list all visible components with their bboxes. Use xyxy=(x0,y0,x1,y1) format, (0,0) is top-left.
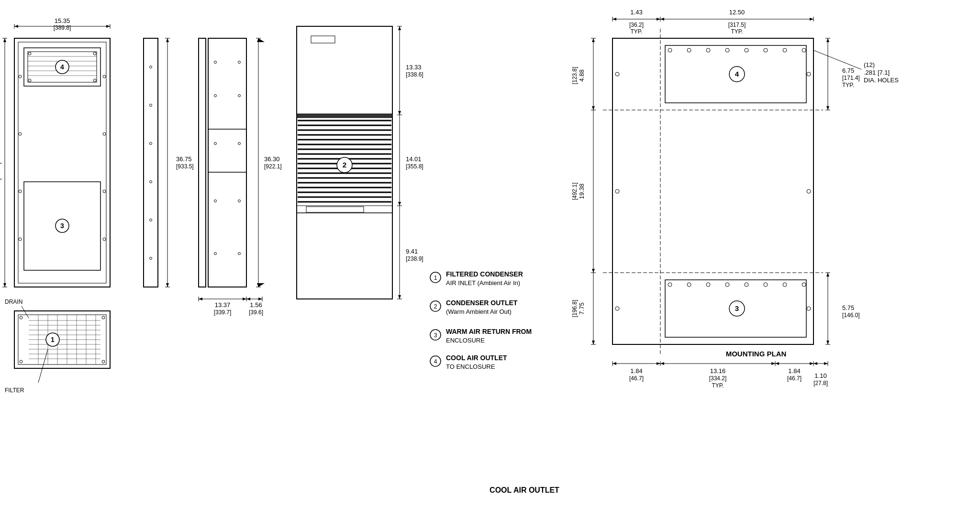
svg-marker-44 xyxy=(166,38,169,42)
dim-front-mid-mm: [355.8] xyxy=(406,163,423,170)
svg-point-58 xyxy=(214,253,217,255)
svg-marker-45 xyxy=(166,283,169,287)
dim-bot-right-1-mm: [46.7] xyxy=(787,375,802,382)
svg-marker-203 xyxy=(612,362,616,365)
svg-point-35 xyxy=(150,66,152,68)
dim-mount-top-right-mm: [317.5] xyxy=(728,22,746,28)
svg-rect-46 xyxy=(199,38,206,287)
dim-mount-left-bot-mm: [196.8] xyxy=(571,300,578,318)
svg-point-56 xyxy=(214,200,217,202)
label-3-front: 3 xyxy=(60,222,64,230)
svg-marker-177 xyxy=(660,18,664,21)
svg-rect-123 xyxy=(306,207,364,212)
label-1-bottom: 1 xyxy=(51,336,55,343)
svg-point-95 xyxy=(20,360,22,363)
svg-point-153 xyxy=(802,48,806,52)
legend-sub-4: TO ENCLOSURE xyxy=(446,363,495,370)
svg-rect-47 xyxy=(208,38,246,287)
svg-point-158 xyxy=(706,283,710,287)
holes-label-2: .281 [7.1] xyxy=(864,69,890,76)
legend-sub-3: ENCLOSURE xyxy=(446,337,485,344)
svg-point-150 xyxy=(745,48,748,52)
dim-mount-top-left-mm: [36.2] xyxy=(629,22,644,28)
svg-rect-121 xyxy=(297,114,392,118)
svg-rect-1 xyxy=(18,42,106,283)
svg-marker-63 xyxy=(257,38,265,42)
svg-point-37 xyxy=(150,143,152,145)
svg-point-157 xyxy=(687,283,691,287)
svg-marker-207 xyxy=(660,362,664,365)
svg-line-98 xyxy=(38,349,48,383)
dim-mount-left-bot: 7.75 xyxy=(578,302,585,314)
dim-mount-left-mid: 19.38 xyxy=(578,184,585,199)
svg-point-146 xyxy=(668,48,672,52)
dim-mount-right-top: 6.75 xyxy=(842,67,854,74)
svg-point-162 xyxy=(783,283,787,287)
dim-bot-far-right: 1.10 xyxy=(814,372,826,379)
label-filter: FILTER xyxy=(5,387,24,394)
dim-bot-mid-typ: TYP. xyxy=(712,382,724,389)
dim-front-top: 13.33 xyxy=(406,64,422,71)
dim-mount-left-top-mm: [123.8] xyxy=(571,67,578,85)
svg-point-147 xyxy=(687,48,691,52)
svg-point-38 xyxy=(150,181,152,183)
svg-rect-34 xyxy=(144,38,158,287)
svg-rect-100 xyxy=(311,36,335,43)
svg-marker-32 xyxy=(3,38,6,42)
svg-point-10 xyxy=(28,52,31,55)
svg-point-164 xyxy=(615,72,619,76)
dim-inner-height-mm: [922.1] xyxy=(264,163,282,170)
svg-marker-69 xyxy=(243,298,246,300)
svg-point-53 xyxy=(238,95,241,97)
dim-tab: 1.56 xyxy=(250,301,262,309)
legend-label-2: CONDENSER OUTLET xyxy=(446,299,518,307)
svg-marker-129 xyxy=(398,111,401,115)
svg-marker-216 xyxy=(824,362,828,365)
svg-marker-135 xyxy=(398,295,401,299)
svg-marker-68 xyxy=(199,298,202,300)
svg-marker-208 xyxy=(771,362,775,365)
svg-marker-215 xyxy=(813,362,817,365)
svg-point-94 xyxy=(102,316,105,319)
svg-point-51 xyxy=(238,61,241,64)
svg-point-168 xyxy=(807,189,811,193)
legend-sub-2: (Warm Ambient Air Out) xyxy=(446,308,512,315)
svg-point-54 xyxy=(214,143,217,145)
dim-front-mid: 14.01 xyxy=(406,155,422,163)
dim-width-bot: [389.8] xyxy=(54,24,71,31)
label-2-front: 2 xyxy=(343,161,346,169)
svg-marker-33 xyxy=(3,283,6,287)
dim-mount-top-left-typ: TYP. xyxy=(630,28,642,35)
legend-num-2: 2 xyxy=(434,303,437,310)
svg-point-23 xyxy=(103,238,106,241)
svg-marker-132 xyxy=(398,202,401,206)
dim-front-bot: 9.41 xyxy=(406,248,418,255)
dim-height-left-mm: [933.5] xyxy=(0,163,1,180)
dim-mount-right-top-typ: TYP. xyxy=(842,82,854,88)
dim-width-top: 15.35 xyxy=(55,17,70,24)
dim-tab-mm: [39.6] xyxy=(249,309,263,316)
svg-point-52 xyxy=(214,95,217,97)
svg-line-217 xyxy=(813,50,861,69)
svg-marker-198 xyxy=(826,273,829,276)
holes-label-3: DIA. HOLES xyxy=(864,77,899,84)
dim-bot-mid-mm: [334.2] xyxy=(709,375,727,382)
svg-point-152 xyxy=(783,48,787,52)
svg-marker-73 xyxy=(258,298,262,300)
holes-label-1: (12) xyxy=(864,61,875,68)
legend-label-1: FILTERED CONDENSER xyxy=(446,270,523,278)
dim-front-bot-mm: [238.9] xyxy=(406,255,423,262)
dim-mount-top-left: 1.43 xyxy=(630,9,642,16)
svg-marker-204 xyxy=(657,362,660,365)
dim-bot-far-right-mm: [27.8] xyxy=(813,380,828,387)
svg-point-96 xyxy=(102,360,105,363)
svg-point-22 xyxy=(103,190,106,193)
mounting-plan-title: MOUNTING PLAN xyxy=(726,350,787,358)
dim-side-height-mm: [933.5] xyxy=(176,163,194,170)
svg-point-57 xyxy=(238,200,241,202)
label-drain: DRAIN xyxy=(5,298,22,305)
cool-air-outlet-label: COOL AIR OUTLET xyxy=(490,486,559,494)
svg-marker-211 xyxy=(775,362,779,365)
svg-point-166 xyxy=(615,307,619,310)
svg-marker-173 xyxy=(612,18,616,21)
